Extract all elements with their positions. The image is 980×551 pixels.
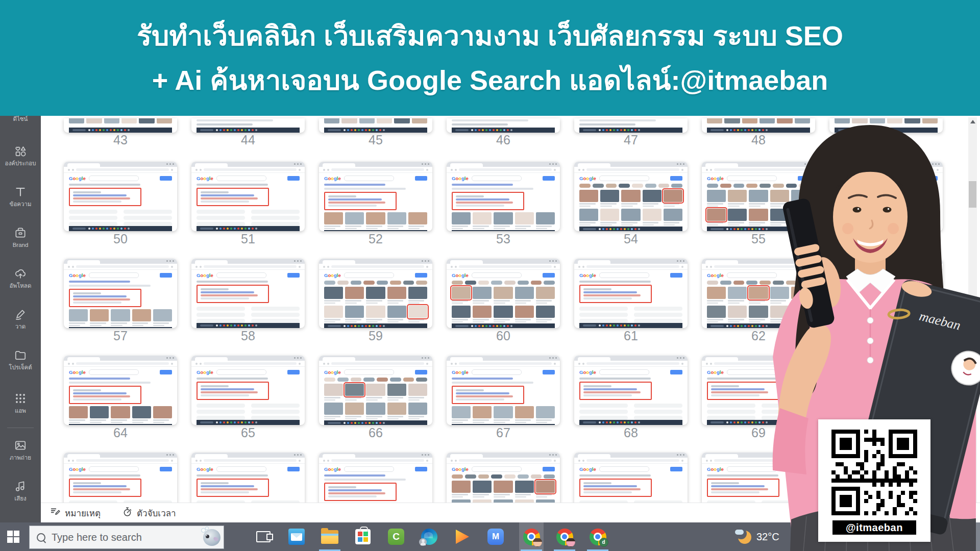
mini-browser-tabbar xyxy=(702,453,815,458)
slide-thumbnail-49[interactable] xyxy=(829,118,943,133)
slide-thumbnail-52[interactable]: Google xyxy=(319,162,432,231)
slide-number: 57 xyxy=(64,329,177,343)
slide-thumbnail-74[interactable]: Google xyxy=(447,453,560,503)
taskbar-button-file-explorer[interactable] xyxy=(317,522,342,551)
mini-browser-urlbar xyxy=(447,264,560,270)
slide-thumbnail-45[interactable] xyxy=(319,118,432,133)
slide-thumbnail-71[interactable]: Google xyxy=(64,453,177,503)
slide-thumbnail-57[interactable]: Google xyxy=(64,259,177,328)
slide-thumbnail-67[interactable]: Google xyxy=(447,356,560,425)
taskbar-button-task-view[interactable] xyxy=(251,522,276,551)
taskbar-button-chrome-profile-2[interactable] xyxy=(552,522,577,551)
mini-taskbar xyxy=(324,420,427,425)
mini-browser-tabbar xyxy=(447,453,560,458)
slide-thumbnail-50[interactable]: Google xyxy=(64,162,177,231)
pufferfish-search-highlight-icon[interactable] xyxy=(200,527,222,547)
scroll-up-button[interactable] xyxy=(968,117,977,126)
notes-button[interactable]: หมายเหตุ xyxy=(50,506,101,520)
mini-browser-urlbar xyxy=(64,361,177,367)
slide-thumbnail-61[interactable]: Google xyxy=(574,259,688,328)
mini-browser-urlbar xyxy=(64,167,177,173)
slide-thumbnail-73[interactable]: Google xyxy=(319,453,432,503)
slide-number: 52 xyxy=(319,232,432,246)
sidebar-item-projects[interactable]: โปรเจ็คต์ xyxy=(0,348,41,371)
scrollbar-thumb[interactable] xyxy=(969,181,976,208)
search-input[interactable] xyxy=(51,531,200,544)
sidebar-item-elements[interactable]: องค์ประกอบ xyxy=(0,144,41,167)
slide-thumbnail-68[interactable]: Google xyxy=(574,356,688,425)
slide-thumbnail-58[interactable]: Google xyxy=(191,259,305,328)
qr-code-card: @itmaeban xyxy=(818,419,930,542)
ms-store-icon xyxy=(355,529,371,544)
google-logo: Google xyxy=(197,273,213,278)
sidebar-item-audio[interactable]: เสียง xyxy=(0,480,41,502)
taskbar-button-chrome-profile-1[interactable] xyxy=(519,522,544,551)
taskbar-weather[interactable]: 32°C xyxy=(736,522,779,551)
taskbar-button-camtasia[interactable]: C xyxy=(384,522,408,551)
slide-thumbnail-62[interactable]: Google xyxy=(702,259,815,328)
mini-browser-urlbar xyxy=(64,458,177,464)
taskbar-button-chrome-profile-3[interactable]: d xyxy=(585,522,610,551)
sidebar-item-photos[interactable]: ภาพถ่าย xyxy=(0,439,41,461)
slide-thumbnail-51[interactable]: Google xyxy=(191,162,305,231)
uploads-icon xyxy=(14,267,27,280)
slide-thumbnail-53[interactable]: Google xyxy=(447,162,560,231)
taskbar-button-google-play[interactable] xyxy=(450,522,475,551)
slide-thumbnail-69[interactable]: Google xyxy=(702,356,815,425)
timer-button[interactable]: ตัวจับเวลา xyxy=(122,506,176,520)
slide-thumbnail-48[interactable] xyxy=(702,118,815,133)
sidebar-item-label: เสียง xyxy=(14,495,26,502)
slide-thumbnail-70[interactable]: Google xyxy=(829,356,943,425)
task-view-icon xyxy=(256,531,271,542)
slide-thumbnail-64[interactable]: Google xyxy=(64,356,177,425)
mini-browser-tabbar xyxy=(829,356,943,361)
sidebar-item-draw[interactable]: วาด xyxy=(0,308,41,330)
help-button[interactable]: ? xyxy=(957,506,972,521)
qr-code xyxy=(831,430,917,515)
slide-thumbnail-66[interactable]: Google xyxy=(319,356,432,425)
slide-thumbnail-44[interactable] xyxy=(191,118,305,133)
brand-icon xyxy=(14,226,27,239)
show-desktop-button[interactable] xyxy=(976,522,980,551)
slide-thumbnail-46[interactable] xyxy=(447,118,560,133)
taskbar-search[interactable] xyxy=(29,525,224,549)
sidebar-item-apps[interactable]: แอพ xyxy=(0,392,41,414)
mini-browser-urlbar xyxy=(574,361,688,367)
slide-thumbnail-55[interactable]: Google xyxy=(702,162,815,231)
search-icon xyxy=(37,533,45,542)
slide-thumbnail-54[interactable]: Google xyxy=(574,162,688,231)
scroll-down-button[interactable] xyxy=(968,494,977,503)
slide-thumbnail-65[interactable]: Google xyxy=(191,356,305,425)
slide-thumbnail-75[interactable]: Google xyxy=(574,453,688,503)
google-logo: Google xyxy=(579,176,596,181)
slide-thumbnail-76[interactable]: Google xyxy=(702,453,815,503)
start-button[interactable] xyxy=(0,522,27,551)
desktop-screen: 43 44 45 46 47 48 49 Google 50 Google 51… xyxy=(0,0,980,551)
slide-thumbnail-59[interactable]: Google xyxy=(319,259,432,328)
sidebar-item-label: แอพ xyxy=(15,408,26,414)
slide-thumbnail-60[interactable]: Google xyxy=(447,259,560,328)
sidebar-item-brand[interactable]: Brand xyxy=(0,226,41,248)
slide-thumbnail-72[interactable]: Google xyxy=(191,453,305,503)
slide-thumbnail-43[interactable] xyxy=(64,118,177,133)
mini-browser-tabbar xyxy=(574,259,688,264)
sidebar-item-uploads[interactable]: อัพโหลด xyxy=(0,267,41,289)
slide-thumbnail-63[interactable]: Google xyxy=(829,259,943,328)
slide-thumbnail-56[interactable]: Google xyxy=(829,162,943,231)
taskbar-button-mail[interactable] xyxy=(284,522,309,551)
google-logo: Google xyxy=(69,370,86,375)
mini-taskbar xyxy=(197,323,300,328)
taskbar-button-edge[interactable] xyxy=(417,522,442,551)
vertical-scrollbar[interactable] xyxy=(968,117,977,503)
slide-thumbnail-47[interactable] xyxy=(574,118,688,133)
mini-taskbar xyxy=(197,226,300,231)
google-logo: Google xyxy=(197,467,213,472)
mini-taskbar xyxy=(69,327,172,328)
mini-taskbar xyxy=(452,323,555,328)
slide-number: 61 xyxy=(574,329,688,343)
taskbar-button-m-app[interactable]: M xyxy=(483,522,508,551)
sidebar-item-text[interactable]: ข้อความ xyxy=(0,185,41,208)
taskbar-button-ms-store[interactable] xyxy=(351,522,375,551)
mini-taskbar xyxy=(579,323,682,328)
google-logo: Google xyxy=(324,467,341,472)
